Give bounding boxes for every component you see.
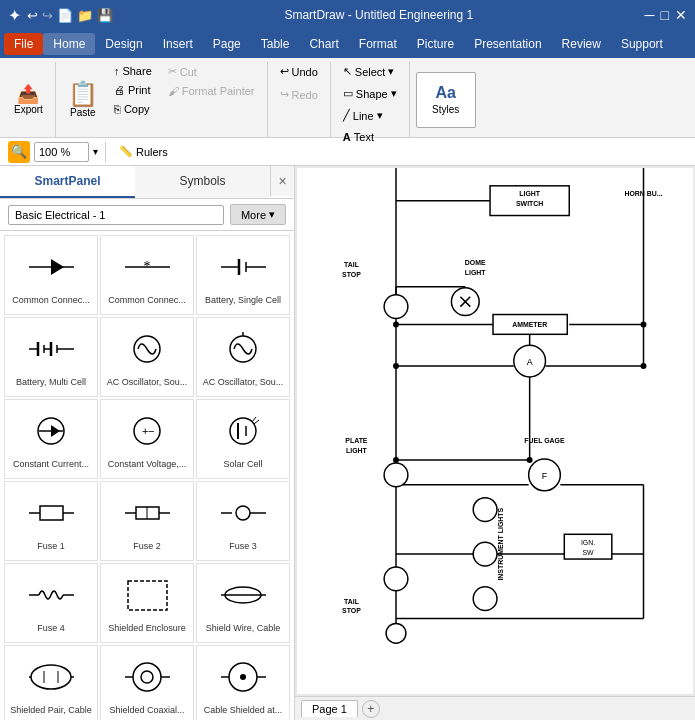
menu-item-presentation[interactable]: Presentation <box>464 33 551 55</box>
list-item[interactable]: AC Oscillator, Sou... <box>196 317 290 397</box>
paste-icon: 📋 <box>68 82 98 106</box>
add-page-button[interactable]: + <box>362 700 380 718</box>
text-button[interactable]: A Text <box>337 128 403 146</box>
list-item[interactable]: Battery, Single Cell <box>196 235 290 315</box>
list-item[interactable]: * Common Connec... <box>100 235 194 315</box>
svg-text:IGN.: IGN. <box>581 539 595 546</box>
styles-button[interactable]: Aa Styles <box>416 72 476 128</box>
undo-button[interactable]: ↩ Undo <box>274 62 324 81</box>
list-item[interactable]: Shield Wire, Cable <box>196 563 290 643</box>
copy-button[interactable]: ⎘ Copy <box>108 100 158 118</box>
new-icon[interactable]: 📄 <box>57 8 73 23</box>
share-icon: ↑ <box>114 65 120 77</box>
search-icon-box[interactable]: 🔍 <box>8 141 30 163</box>
format-painter-icon: 🖌 <box>168 85 179 97</box>
menu-item-format[interactable]: Format <box>349 33 407 55</box>
list-item[interactable]: Cable Shielded at... <box>196 645 290 720</box>
export-icon: 📤 <box>17 85 39 103</box>
menu-item-insert[interactable]: Insert <box>153 33 203 55</box>
menu-bar: File Home Design Insert Page Table Chart… <box>0 30 695 58</box>
paste-button[interactable]: 📋 Paste <box>62 62 104 137</box>
symbol-svg-cable-shielded <box>213 652 273 702</box>
menu-item-support[interactable]: Support <box>611 33 673 55</box>
svg-point-106 <box>384 295 408 319</box>
symbol-svg-shielded-enc <box>117 570 177 620</box>
select-group: ↖ Select ▾ ▭ Shape ▾ ╱ Line ▾ A Text <box>335 62 410 137</box>
list-item[interactable]: + − Constant Voltage,... <box>100 399 194 479</box>
redo-icon-title[interactable]: ↪ <box>42 8 53 23</box>
menu-item-chart[interactable]: Chart <box>299 33 348 55</box>
copy-icon: ⎘ <box>114 103 121 115</box>
search-icon: 🔍 <box>11 144 27 159</box>
svg-text:STOP: STOP <box>342 608 361 615</box>
symbol-svg-const-voltage: + − <box>117 406 177 456</box>
list-item[interactable]: Shielded Coaxial... <box>100 645 194 720</box>
menu-item-design[interactable]: Design <box>95 33 152 55</box>
list-item[interactable]: Fuse 1 <box>4 481 98 561</box>
more-button[interactable]: More ▾ <box>230 204 286 225</box>
page-tab[interactable]: Page 1 <box>301 700 358 717</box>
svg-point-49 <box>141 671 153 683</box>
menu-item-review[interactable]: Review <box>552 33 611 55</box>
export-button[interactable]: 📤 Export <box>8 81 49 119</box>
format-painter-button[interactable]: 🖌 Format Painter <box>162 82 261 100</box>
select-button[interactable]: ↖ Select ▾ <box>337 62 403 81</box>
redo-icon: ↪ <box>280 88 289 101</box>
menu-item-page[interactable]: Page <box>203 33 251 55</box>
symbol-svg-battery-multi <box>21 324 81 374</box>
ribbon: 📤 Export 📋 Paste ↑ Share 🖨 Print <box>0 58 695 138</box>
list-item[interactable]: Solar Cell <box>196 399 290 479</box>
zoom-input[interactable] <box>34 142 89 162</box>
maximize-btn[interactable]: □ <box>661 7 669 23</box>
list-item[interactable]: Shielded Enclosure <box>100 563 194 643</box>
list-item[interactable]: Battery, Multi Cell <box>4 317 98 397</box>
menu-item-table[interactable]: Table <box>251 33 300 55</box>
tab-symbols[interactable]: Symbols <box>135 166 270 198</box>
menu-item-picture[interactable]: Picture <box>407 33 464 55</box>
share-button[interactable]: ↑ Share <box>108 62 158 80</box>
svg-point-122 <box>641 363 647 369</box>
menu-item-file[interactable]: File <box>4 33 43 55</box>
list-item[interactable]: Shielded Pair, Cable <box>4 645 98 720</box>
rulers-toggle[interactable]: 📏 Rulers <box>113 142 174 161</box>
open-icon[interactable]: 📁 <box>77 8 93 23</box>
sidebar-close-btn[interactable]: × <box>270 166 294 196</box>
svg-text:TAIL: TAIL <box>344 598 360 605</box>
svg-point-113 <box>384 567 408 591</box>
svg-point-108 <box>384 463 408 487</box>
list-item[interactable]: AC Oscillator, Sou... <box>100 317 194 397</box>
symbol-svg-ac-osc-2 <box>213 324 273 374</box>
category-input[interactable] <box>8 205 224 225</box>
list-item[interactable]: Fuse 2 <box>100 481 194 561</box>
minimize-btn[interactable]: ─ <box>645 7 655 23</box>
toolbar-divider <box>105 142 106 162</box>
window-controls: ─ □ ✕ <box>645 7 687 23</box>
list-item[interactable]: Fuse 3 <box>196 481 290 561</box>
svg-point-36 <box>236 506 250 520</box>
zoom-dropdown-icon[interactable]: ▾ <box>93 146 98 157</box>
print-button[interactable]: 🖨 Print <box>108 81 158 99</box>
tab-smart-panel[interactable]: SmartPanel <box>0 166 135 198</box>
svg-text:LIGHT: LIGHT <box>465 269 487 276</box>
canvas-area: LIGHT SWITCH HORN BU... TAIL STOP DOME L… <box>295 166 695 720</box>
svg-text:−: − <box>148 425 154 437</box>
line-button[interactable]: ╱ Line ▾ <box>337 106 403 125</box>
shape-button[interactable]: ▭ Shape ▾ <box>337 84 403 103</box>
cut-button[interactable]: ✂ Cut <box>162 62 261 81</box>
list-item[interactable]: Fuse 4 <box>4 563 98 643</box>
list-item[interactable]: Common Connec... <box>4 235 98 315</box>
menu-item-home[interactable]: Home <box>43 33 95 55</box>
svg-marker-1 <box>51 259 64 275</box>
undo-group: ↩ Undo ↪ Redo <box>272 62 331 137</box>
symbol-svg-solar-cell <box>213 406 273 456</box>
undo-icon-title[interactable]: ↩ <box>27 8 38 23</box>
svg-point-120 <box>393 457 399 463</box>
redo-button[interactable]: ↪ Redo <box>274 85 324 104</box>
svg-point-112 <box>473 587 497 611</box>
symbols-grid: Common Connec... * Common Connec... <box>0 231 294 720</box>
canvas-drawing-area[interactable]: LIGHT SWITCH HORN BU... TAIL STOP DOME L… <box>297 168 693 694</box>
close-btn[interactable]: ✕ <box>675 7 687 23</box>
list-item[interactable]: Constant Current... <box>4 399 98 479</box>
save-icon[interactable]: 💾 <box>97 8 113 23</box>
symbol-svg-shielded-coax <box>117 652 177 702</box>
